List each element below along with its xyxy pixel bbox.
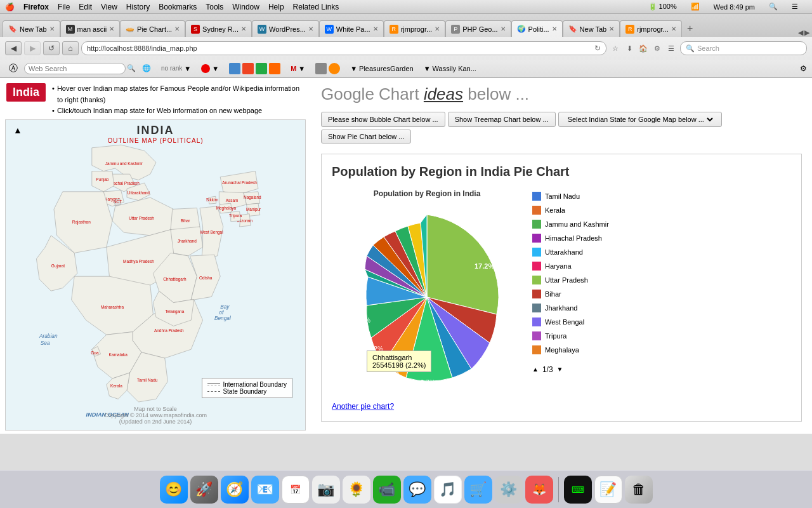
dock-appstore[interactable]: 🛒 [464, 476, 492, 504]
bm-settings-icon[interactable]: ⚙ [800, 64, 807, 73]
search-bar[interactable]: 🔍 Search [680, 41, 807, 55]
menu-icon[interactable]: ☰ [792, 3, 798, 11]
home-icon[interactable]: 🏠 [637, 42, 650, 55]
menu-bookmarks[interactable]: Bookmarks [159, 3, 197, 11]
tab-scroll-right[interactable]: ▶ [804, 29, 809, 37]
bm-settings[interactable]: ⚙ [800, 64, 807, 73]
search-icon[interactable]: 🔍 [769, 3, 778, 11]
tab-politi[interactable]: 🌍 Politi... ✕ [511, 20, 563, 37]
new-tab-button[interactable]: + [682, 20, 698, 37]
tab-new-tab-2[interactable]: 🔖 New Tab ✕ [563, 20, 620, 37]
tab-close[interactable]: ✕ [308, 25, 313, 32]
bm-pleasures[interactable]: ▼ PleasuresGarden [346, 64, 417, 74]
dock-iphoto[interactable]: 🌻 [343, 476, 370, 504]
menu-file[interactable]: File [58, 3, 70, 11]
bm-icon4[interactable] [269, 63, 280, 74]
state-select[interactable]: Select Indian State for Google Map below… [565, 115, 715, 124]
menu-view[interactable]: View [101, 3, 117, 11]
menu-bars-icon[interactable]: ☰ [665, 42, 678, 55]
bm-no-rank[interactable]: no rank ▼ [157, 64, 195, 74]
tab-close[interactable]: ✕ [671, 25, 676, 32]
menu-help[interactable]: Help [268, 3, 284, 11]
bubble-chart-btn[interactable]: Please show Bubble Chart below ... [321, 112, 445, 127]
tab-close[interactable]: ✕ [174, 25, 180, 32]
dock-launchpad[interactable]: 🚀 [190, 476, 218, 504]
dock-safari[interactable]: 🧭 [221, 476, 249, 504]
forward-button[interactable]: ▶ [24, 41, 41, 55]
state-wb[interactable] [200, 206, 223, 259]
state-jharkhand[interactable] [171, 227, 203, 256]
bookmark-star-icon[interactable]: ☆ [609, 42, 622, 55]
pie-chart-btn[interactable]: Show Pie Chart below ... [321, 130, 411, 144]
home-button[interactable]: ⌂ [62, 41, 79, 55]
tab-man-ascii[interactable]: M man ascii ✕ [60, 20, 120, 37]
web-search-input[interactable] [24, 63, 126, 74]
tab-new-tab-1[interactable]: 🔖 New Tab ✕ [3, 20, 60, 37]
india-map-container[interactable]: INDIA OUTLINE MAP (POLITICAL) ▲ Jammu an… [5, 119, 306, 431]
state-punjab[interactable] [92, 171, 114, 191]
menu-history[interactable]: History [126, 3, 150, 11]
download-icon[interactable]: ⬇ [623, 42, 636, 55]
dock-mail[interactable]: 📧 [251, 476, 279, 504]
tab-close[interactable]: ✕ [109, 25, 114, 32]
bm-gmail[interactable]: M ▼ [287, 64, 309, 74]
dock-calendar[interactable]: 📅 [282, 476, 310, 504]
menu-edit[interactable]: Edit [79, 3, 92, 11]
tab-pie-chart[interactable]: 🥧 Pie Chart... ✕ [120, 20, 185, 37]
dock-terminal[interactable]: ⌨ [564, 476, 592, 504]
bm-icon3[interactable] [256, 63, 267, 74]
bm-globe[interactable]: 🌐 [138, 63, 155, 74]
treemap-chart-btn[interactable]: Show Treemap Chart below ... [448, 112, 556, 127]
bookmarks-icon-a[interactable]: Ⓐ [5, 62, 22, 76]
bm-rj[interactable]: ▼ [197, 63, 223, 74]
tab-rjm1[interactable]: R rjmprogr... ✕ [384, 20, 446, 37]
dock-trash[interactable]: 🗑 [625, 476, 653, 504]
bm-wassily[interactable]: ▼ Wassily Kan... [420, 64, 480, 74]
dock-texteditor[interactable]: 📝 [594, 476, 622, 504]
state-rajasthan[interactable] [54, 192, 112, 253]
search-submit-icon[interactable]: 🔍 [127, 64, 136, 72]
url-bar[interactable]: http://localhost:8888/india_map.php ↻ [81, 41, 606, 55]
dock-itunes[interactable]: 🎵 [434, 476, 462, 504]
bm-icon5[interactable] [315, 63, 327, 74]
tab-rjm2[interactable]: R rjmprogr... ✕ [620, 20, 682, 37]
tab-close[interactable]: ✕ [49, 25, 55, 32]
bm-icon1[interactable] [229, 63, 240, 74]
menu-tools[interactable]: Tools [206, 3, 223, 11]
state-mizoram[interactable] [240, 214, 251, 227]
dock-messages[interactable]: 💬 [403, 476, 431, 504]
back-button[interactable]: ◀ [5, 41, 22, 55]
pagination-up-icon[interactable]: ▲ [532, 363, 539, 376]
bm-icon6[interactable] [329, 63, 340, 74]
menu-window[interactable]: Window [232, 3, 259, 11]
tab-close[interactable]: ✕ [373, 25, 378, 32]
dock-system-prefs[interactable]: ⚙️ [495, 476, 523, 504]
settings-icon[interactable]: ⚙ [651, 42, 664, 55]
tab-wordpress[interactable]: W WordPres... ✕ [252, 20, 319, 37]
dock-finder[interactable]: 😊 [160, 476, 188, 504]
state-tripura[interactable] [231, 211, 241, 222]
another-pie-link[interactable]: Another pie chart? [332, 402, 394, 411]
tab-close[interactable]: ✕ [501, 25, 506, 32]
url-refresh-icon[interactable]: ↻ [594, 44, 601, 53]
dock-facetime[interactable]: 📹 [373, 476, 401, 504]
apple-menu[interactable]: 🍎 [5, 3, 15, 11]
tab-scroll-left[interactable]: ◀ [798, 29, 803, 37]
dock-firefox[interactable]: 🦊 [525, 476, 553, 504]
dock-photos[interactable]: 📷 [312, 476, 340, 504]
state-nagaland[interactable] [244, 192, 260, 204]
tab-close[interactable]: ✕ [241, 25, 246, 32]
state-select-btn[interactable]: Select Indian State for Google Map below… [558, 112, 722, 127]
tab-sydney[interactable]: S Sydney R... ✕ [185, 20, 252, 37]
pagination-down-icon[interactable]: ▼ [557, 363, 563, 376]
menu-firefox[interactable]: Firefox [23, 3, 49, 11]
tab-close[interactable]: ✕ [435, 25, 440, 32]
tab-white-pa[interactable]: W White Pa... ✕ [319, 20, 384, 37]
tab-php-geo[interactable]: P PHP Geo... ✕ [445, 20, 511, 37]
tab-close[interactable]: ✕ [609, 25, 614, 32]
state-meghalaya[interactable] [219, 203, 232, 213]
menu-related[interactable]: Related Links [293, 3, 339, 11]
state-arunachal[interactable] [220, 171, 258, 194]
bm-icon2[interactable] [242, 63, 254, 74]
reload-button[interactable]: ↺ [43, 41, 60, 55]
